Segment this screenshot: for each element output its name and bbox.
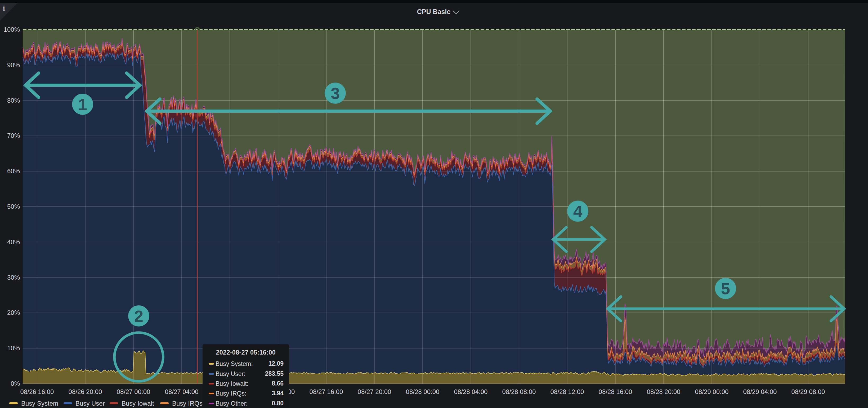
svg-text:12.09: 12.09 xyxy=(268,360,284,367)
svg-text:Busy Iowait: Busy Iowait xyxy=(122,400,154,407)
svg-text:08/27 00:00: 08/27 00:00 xyxy=(117,388,150,395)
svg-text:08/28 20:00: 08/28 20:00 xyxy=(647,388,681,395)
svg-text:Busy User:: Busy User: xyxy=(216,370,245,377)
svg-text:283.55: 283.55 xyxy=(265,370,284,377)
svg-text:Busy IRQs:: Busy IRQs: xyxy=(216,390,246,397)
svg-text:08/29 04:00: 08/29 04:00 xyxy=(743,388,777,395)
svg-text:Busy User: Busy User xyxy=(75,400,105,407)
svg-text:10%: 10% xyxy=(7,344,20,352)
svg-text:Busy Iowait:: Busy Iowait: xyxy=(216,380,248,387)
svg-text:Busy System:: Busy System: xyxy=(216,361,253,367)
svg-text:08/28 16:00: 08/28 16:00 xyxy=(599,388,632,395)
svg-text:3: 3 xyxy=(331,84,340,102)
svg-text:Busy Other:: Busy Other: xyxy=(216,400,248,407)
svg-text:50%: 50% xyxy=(7,203,20,210)
svg-text:3.94: 3.94 xyxy=(272,390,284,397)
svg-text:0.80: 0.80 xyxy=(272,400,284,407)
svg-text:100%: 100% xyxy=(4,26,20,33)
svg-text:60%: 60% xyxy=(7,168,20,175)
svg-text:5: 5 xyxy=(721,279,730,298)
svg-text:1: 1 xyxy=(78,95,87,113)
svg-text:90%: 90% xyxy=(7,61,20,69)
svg-text:08/29 08:00: 08/29 08:00 xyxy=(792,388,825,395)
svg-text:20%: 20% xyxy=(7,309,20,316)
svg-text:2022-08-27 05:16:00: 2022-08-27 05:16:00 xyxy=(216,349,276,356)
svg-text:0%: 0% xyxy=(10,380,20,387)
svg-text:30%: 30% xyxy=(7,274,20,281)
svg-text:08/29 00:00: 08/29 00:00 xyxy=(695,388,729,395)
svg-text:08/27 04:00: 08/27 04:00 xyxy=(165,388,198,395)
svg-text:08/27 16:00: 08/27 16:00 xyxy=(310,388,343,395)
svg-text:40%: 40% xyxy=(7,238,20,245)
svg-text:08/27 20:00: 08/27 20:00 xyxy=(358,388,391,395)
svg-text:2: 2 xyxy=(134,307,143,325)
svg-text:08/26 20:00: 08/26 20:00 xyxy=(69,388,102,395)
svg-text:Busy IRQs: Busy IRQs xyxy=(172,400,203,407)
svg-text:CPU Basic: CPU Basic xyxy=(417,8,451,15)
svg-text:08/28 00:00: 08/28 00:00 xyxy=(406,388,440,395)
svg-text:70%: 70% xyxy=(7,132,20,139)
svg-text:8.66: 8.66 xyxy=(272,380,284,387)
svg-text:80%: 80% xyxy=(7,97,20,104)
svg-text:08/28 04:00: 08/28 04:00 xyxy=(454,388,488,395)
svg-text:i: i xyxy=(3,4,5,12)
svg-text:4: 4 xyxy=(573,202,583,220)
svg-text:08/28 12:00: 08/28 12:00 xyxy=(551,388,584,395)
svg-text:08/26 16:00: 08/26 16:00 xyxy=(21,388,54,395)
svg-text:08/28 08:00: 08/28 08:00 xyxy=(502,388,536,395)
svg-text:Busy System: Busy System xyxy=(21,400,58,407)
